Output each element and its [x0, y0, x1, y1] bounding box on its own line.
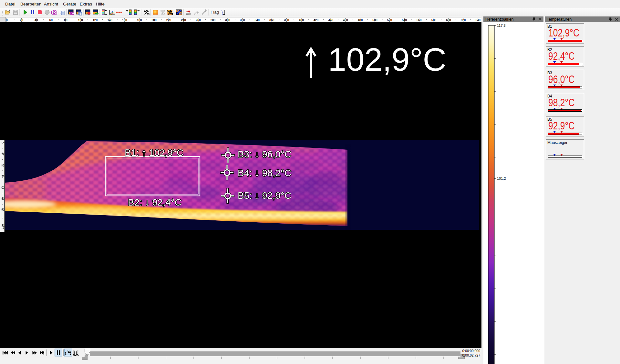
svg-text:580: 580: [431, 18, 436, 22]
svg-text:300: 300: [225, 18, 230, 22]
svg-text:40: 40: [35, 18, 38, 22]
svg-text:400: 400: [299, 18, 304, 22]
svg-text:0: 0: [1, 142, 4, 143]
svg-text:520: 520: [387, 18, 392, 22]
svg-text:16: 16: [1, 152, 4, 156]
svg-text:440: 440: [328, 18, 333, 22]
svg-text:600: 600: [446, 18, 451, 22]
svg-text:500: 500: [372, 18, 377, 22]
svg-text:64: 64: [1, 186, 4, 189]
svg-text:420: 420: [314, 18, 318, 22]
svg-text:140: 140: [108, 18, 112, 22]
svg-text:340: 340: [255, 18, 260, 22]
svg-text:460: 460: [343, 18, 348, 22]
svg-text:180: 180: [137, 18, 142, 22]
svg-text:B5: ↓ 92,9°C: B5: ↓ 92,9°C: [238, 190, 291, 201]
svg-text:0: 0: [6, 18, 7, 22]
svg-text:260: 260: [196, 18, 201, 22]
svg-text:640: 640: [476, 18, 480, 22]
svg-text:200: 200: [151, 18, 156, 22]
svg-text:B2: ↓ 92,4°C: B2: ↓ 92,4°C: [128, 197, 181, 207]
svg-text:320: 320: [240, 18, 245, 22]
svg-text:160: 160: [122, 18, 127, 22]
svg-text:280: 280: [211, 18, 215, 22]
svg-text:620: 620: [461, 18, 466, 22]
svg-text:560: 560: [417, 18, 421, 22]
svg-text:360: 360: [269, 18, 274, 22]
svg-text:32: 32: [1, 164, 4, 167]
svg-text:B3: ↓ 96,0°C: B3: ↓ 96,0°C: [238, 149, 291, 159]
svg-text:B4: ↓ 98,2°C: B4: ↓ 98,2°C: [238, 167, 291, 178]
svg-text:20: 20: [20, 18, 23, 22]
svg-text:80: 80: [64, 18, 67, 22]
svg-text:60: 60: [49, 18, 53, 22]
svg-text:B1: ↑ 102,9°C: B1: ↑ 102,9°C: [125, 147, 183, 158]
svg-text:48: 48: [1, 175, 4, 178]
svg-text:220: 220: [166, 18, 171, 22]
svg-text:120: 120: [93, 18, 98, 22]
svg-text:120: 120: [1, 224, 4, 229]
svg-text:96: 96: [1, 208, 4, 211]
svg-text:380: 380: [284, 18, 289, 22]
svg-text:480: 480: [358, 18, 363, 22]
svg-text:240: 240: [181, 18, 186, 22]
svg-text:80: 80: [1, 197, 4, 200]
svg-text:102,9°C: 102,9°C: [328, 41, 446, 77]
svg-text:101,2: 101,2: [497, 177, 506, 180]
svg-text:117,3: 117,3: [497, 24, 506, 27]
svg-text:540: 540: [402, 18, 407, 22]
svg-text:100: 100: [78, 18, 83, 22]
